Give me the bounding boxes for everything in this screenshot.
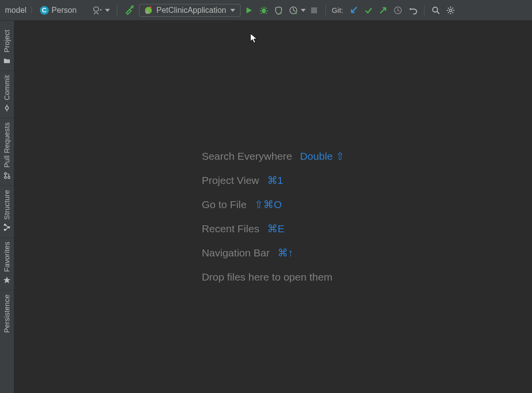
editor-hints: Search Everywhere Double ⇧ Project View …: [202, 150, 345, 283]
git-update-button[interactable]: [347, 4, 360, 17]
tool-tab-favorites[interactable]: Favorites: [0, 238, 14, 290]
search-button[interactable]: [429, 4, 442, 17]
hint-navigation-bar: Navigation Bar ⌘↑: [202, 247, 345, 259]
svg-rect-13: [4, 229, 6, 231]
chevron-down-icon[interactable]: [301, 9, 306, 12]
class-icon: C: [40, 6, 49, 15]
svg-point-1: [145, 11, 148, 14]
debug-button[interactable]: [257, 4, 270, 17]
svg-point-8: [5, 107, 8, 109]
hint-label: Navigation Bar: [202, 247, 270, 259]
hint-search-everywhere: Search Everywhere Double ⇧: [202, 150, 345, 162]
svg-point-2: [262, 8, 266, 13]
editor-empty-state[interactable]: Search Everywhere Double ⇧ Project View …: [14, 21, 532, 393]
breadcrumb[interactable]: model 〉 C Person: [5, 5, 76, 15]
structure-icon: [3, 223, 11, 231]
chevron-right-icon: 〉: [30, 5, 37, 15]
svg-point-11: [8, 177, 10, 179]
hint-shortcut: ⌘1: [267, 175, 284, 186]
hint-shortcut: ⇧⌘O: [254, 199, 282, 211]
tool-tab-label: Pull Requests: [3, 122, 11, 168]
breadcrumb-root[interactable]: model: [5, 6, 27, 15]
hint-goto-file: Go to File ⇧⌘O: [202, 199, 345, 211]
run-configuration-selector[interactable]: PetClinicApplication: [139, 4, 240, 17]
folder-icon: [3, 57, 11, 65]
tool-tab-structure[interactable]: Structure: [0, 186, 14, 238]
run-configuration-name: PetClinicApplication: [156, 6, 226, 15]
profiler-button[interactable]: [287, 4, 300, 17]
hint-project-view: Project View ⌘1: [202, 175, 345, 186]
settings-button[interactable]: [444, 4, 457, 17]
hint-drop-files: Drop files here to open them: [202, 271, 345, 283]
separator: [117, 5, 117, 16]
tool-window-strip-left: Project Commit Pull Requests Structure F…: [0, 21, 14, 393]
chevron-down-icon: [230, 9, 235, 12]
git-push-button[interactable]: [377, 4, 390, 17]
tool-tab-project[interactable]: Project: [0, 26, 14, 71]
tool-tab-label: Project: [3, 30, 11, 53]
svg-rect-14: [8, 226, 10, 228]
hint-label: Project View: [202, 175, 259, 186]
stop-button[interactable]: [308, 4, 320, 17]
workspace: Project Commit Pull Requests Structure F…: [0, 21, 532, 393]
hint-label: Go to File: [202, 199, 247, 211]
breadcrumb-leaf[interactable]: Person: [52, 6, 77, 15]
build-button[interactable]: [122, 4, 135, 17]
hint-shortcut: ⌘E: [267, 223, 284, 235]
hint-label: Recent Files: [202, 223, 259, 235]
tool-tab-label: Commit: [3, 75, 11, 100]
hint-shortcut: ⌘↑: [278, 247, 293, 259]
tool-tab-commit[interactable]: Commit: [0, 71, 14, 118]
hint-shortcut: Double ⇧: [300, 150, 344, 162]
tool-tab-label: Structure: [3, 190, 11, 220]
svg-point-7: [450, 9, 452, 11]
svg-rect-4: [311, 7, 317, 13]
separator: [325, 5, 326, 16]
run-coverage-button[interactable]: [272, 4, 285, 17]
hint-recent-files: Recent Files ⌘E: [202, 223, 345, 235]
svg-point-6: [433, 7, 438, 12]
tool-tab-pull-requests[interactable]: Pull Requests: [0, 118, 14, 186]
main-toolbar: model 〉 C Person PetClinicApplication: [0, 0, 532, 21]
mouse-cursor-icon: [250, 33, 258, 44]
spring-boot-icon: [144, 6, 152, 14]
git-rollback-button[interactable]: [406, 4, 419, 17]
hint-label: Search Everywhere: [202, 150, 292, 162]
tool-tab-persistence[interactable]: Persistence: [0, 290, 14, 339]
code-with-me-button[interactable]: [91, 4, 104, 17]
svg-point-10: [4, 177, 6, 179]
separator: [424, 5, 425, 16]
hint-label: Drop files here to open them: [202, 271, 332, 283]
git-label: Git:: [332, 6, 343, 14]
run-button[interactable]: [243, 4, 255, 17]
svg-rect-12: [4, 224, 6, 226]
tool-tab-label: Favorites: [3, 242, 11, 272]
git-commit-button[interactable]: [362, 4, 375, 17]
commit-icon: [3, 104, 11, 112]
star-icon: [3, 276, 11, 284]
pull-request-icon: [3, 172, 11, 179]
tool-tab-label: Persistence: [3, 294, 11, 333]
svg-point-9: [4, 173, 6, 175]
chevron-down-icon[interactable]: [105, 9, 110, 12]
git-history-button[interactable]: [391, 4, 404, 17]
